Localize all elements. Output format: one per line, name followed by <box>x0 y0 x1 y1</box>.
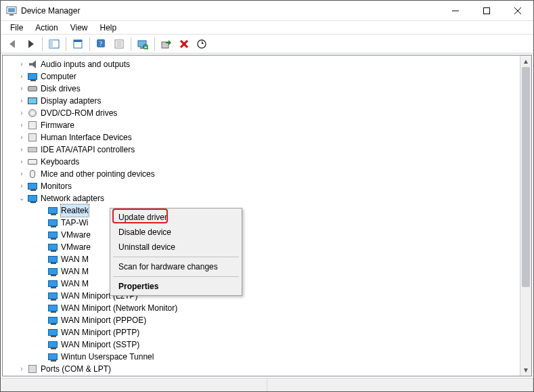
tree-device[interactable]: VMware <box>5 241 531 253</box>
vertical-scrollbar[interactable]: ▲ ▼ <box>520 56 531 376</box>
tree-device-label: WAN Miniport (Network Monitor) <box>61 302 177 314</box>
tree-device[interactable]: TAP-Wi <box>5 217 531 229</box>
context-menu-item[interactable]: Uninstall device <box>112 240 240 255</box>
tree-device[interactable]: WAN Miniport (Network Monitor) <box>5 302 531 314</box>
action-props-button[interactable] <box>111 36 127 52</box>
tree-device[interactable]: VMware <box>5 229 531 241</box>
port-icon <box>27 364 38 374</box>
forward-button[interactable] <box>22 36 39 52</box>
tree-category[interactable]: ›Audio inputs and outputs <box>5 58 531 70</box>
toolbar-sep <box>42 37 43 51</box>
network-icon <box>47 290 58 301</box>
tree-device-label: TAP-Wi <box>61 217 88 229</box>
chevron-right-icon[interactable]: › <box>18 170 26 178</box>
device-tree[interactable]: ›Audio inputs and outputs›Computer›Disk … <box>3 56 531 376</box>
chevron-right-icon[interactable]: › <box>18 121 26 129</box>
chevron-right-icon[interactable]: › <box>18 365 26 373</box>
scroll-track[interactable] <box>520 67 531 364</box>
tree-category[interactable]: ›Ports (COM & LPT) <box>5 363 531 375</box>
chevron-right-icon[interactable]: › <box>18 97 26 105</box>
firmware-icon <box>27 120 38 131</box>
tree-category[interactable]: ›Display adapters <box>5 95 531 107</box>
network-icon <box>27 193 38 204</box>
help-button[interactable]: ? <box>93 36 110 52</box>
tree-device[interactable]: WAN Miniport (L2TP) <box>5 290 531 302</box>
tree-category[interactable]: ›Monitors <box>5 180 531 192</box>
tree-spacer <box>38 316 46 324</box>
chevron-right-icon[interactable]: › <box>18 72 26 81</box>
context-menu-item[interactable]: Properties <box>112 279 240 294</box>
tree-category[interactable]: ›DVD/CD-ROM drives <box>5 107 531 119</box>
context-menu-item[interactable]: Disable device <box>112 225 240 240</box>
chevron-down-icon[interactable]: ⌄ <box>18 194 26 202</box>
tree-category-label: Keyboards <box>41 156 79 168</box>
tree-device[interactable]: WAN Miniport (PPTP) <box>5 326 531 339</box>
tree-category[interactable]: ›Mice and other pointing devices <box>5 168 531 180</box>
toolbar-sep <box>154 37 155 51</box>
tree-category[interactable]: ›Computer <box>5 70 531 83</box>
tree-device[interactable]: WAN M <box>5 278 531 290</box>
menu-action[interactable]: Action <box>30 22 63 34</box>
svg-marker-29 <box>202 41 204 44</box>
svg-line-22 <box>147 48 148 49</box>
tree-device-label: VMware <box>61 229 91 241</box>
tree-category-label: Monitors <box>41 180 72 192</box>
tree-device[interactable]: WAN Miniport (PPPOE) <box>5 314 531 326</box>
status-pane <box>267 378 534 391</box>
chevron-right-icon[interactable]: › <box>18 158 26 166</box>
network-icon <box>47 266 58 277</box>
context-menu-separator <box>113 276 239 277</box>
enable-button[interactable] <box>194 36 210 52</box>
context-menu-item[interactable]: Scan for hardware changes <box>112 259 240 274</box>
menu-file[interactable]: File <box>5 22 28 34</box>
menu-view[interactable]: View <box>65 22 93 34</box>
network-icon <box>47 278 58 289</box>
tree-category[interactable]: ›Disk drives <box>5 83 531 95</box>
properties-button[interactable] <box>70 36 86 52</box>
svg-text:?: ? <box>99 40 103 47</box>
tree-category[interactable]: ›IDE ATA/ATAPI controllers <box>5 144 531 156</box>
menu-help[interactable]: Help <box>95 22 123 34</box>
chevron-right-icon[interactable]: › <box>18 182 26 190</box>
scan-hardware-button[interactable] <box>135 36 151 52</box>
tree-spacer <box>38 267 46 276</box>
close-button[interactable] <box>502 1 533 21</box>
chevron-right-icon[interactable]: › <box>18 109 26 117</box>
tree-device[interactable]: Wintun Userspace Tunnel <box>5 351 531 363</box>
network-icon <box>47 205 58 216</box>
network-icon <box>47 327 58 338</box>
tree-device[interactable]: WAN Miniport (SSTP) <box>5 339 531 351</box>
tree-device[interactable]: Realtek <box>5 204 531 217</box>
network-icon <box>47 254 58 265</box>
show-hide-tree-button[interactable] <box>46 36 62 52</box>
maximize-button[interactable] <box>471 1 502 21</box>
uninstall-button[interactable] <box>176 36 192 52</box>
chevron-right-icon[interactable]: › <box>18 60 26 68</box>
titlebar-left: Device Manager <box>6 5 80 16</box>
tree-category-label: Ports (COM & LPT) <box>41 363 111 375</box>
tree-device[interactable]: WAN M <box>5 253 531 265</box>
chevron-right-icon[interactable]: › <box>18 146 26 154</box>
tree-device[interactable]: WAN M <box>5 265 531 278</box>
tree-category-label: DVD/CD-ROM drives <box>41 107 117 119</box>
tree-category[interactable]: ›Keyboards <box>5 156 531 168</box>
tree-device-label: VMware <box>61 241 91 253</box>
tree-spacer <box>38 353 46 361</box>
tree-category[interactable]: ›Human Interface Devices <box>5 131 531 144</box>
scroll-down-icon[interactable]: ▼ <box>520 364 531 376</box>
chevron-right-icon[interactable]: › <box>18 133 26 141</box>
monitor-icon <box>27 181 38 192</box>
scroll-thumb[interactable] <box>522 67 530 287</box>
tree-category-label: Audio inputs and outputs <box>41 58 130 70</box>
back-button[interactable] <box>5 36 21 52</box>
tree-spacer <box>38 341 46 349</box>
statusbar <box>1 378 533 391</box>
chevron-right-icon[interactable]: › <box>18 85 26 93</box>
scroll-up-icon[interactable]: ▲ <box>520 56 531 67</box>
tree-category[interactable]: ⌄Network adapters <box>5 192 531 204</box>
minimize-button[interactable] <box>440 1 471 21</box>
network-icon <box>47 351 58 362</box>
update-driver-button[interactable] <box>158 36 175 52</box>
tree-category[interactable]: ›Firmware <box>5 119 531 131</box>
context-menu-item[interactable]: Update driver <box>112 210 240 225</box>
